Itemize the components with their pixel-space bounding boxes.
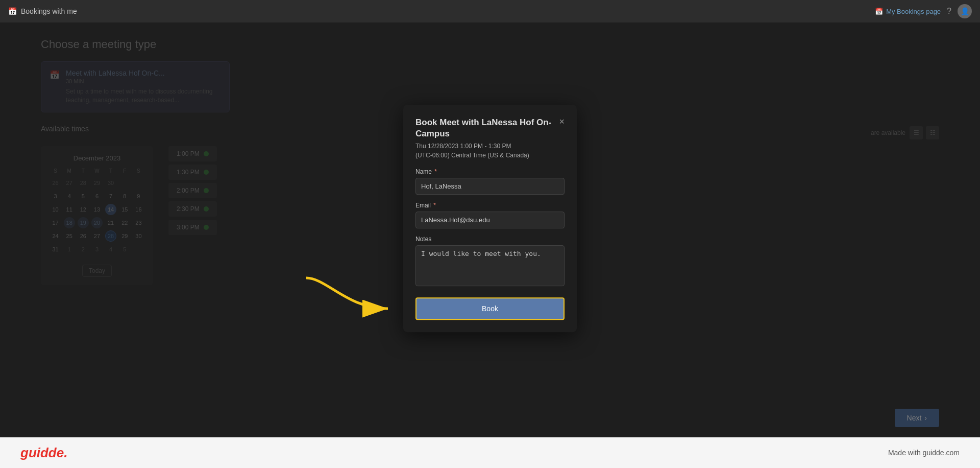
calendar-nav-icon: 📅 [8,7,17,15]
modal-footer: Book [415,297,565,320]
notes-label: Notes [415,236,565,243]
email-required: * [433,202,436,209]
guidde-logo: guidde. [20,445,67,461]
modal-title: Book Meet with LaNessa Hof On-Campus [415,117,559,139]
name-label: Name * [415,168,565,175]
modal-header: Book Meet with LaNessa Hof On-Campus × [415,117,565,139]
bottom-bar: guidde. Made with guidde.com [0,437,980,468]
bookings-icon: 📅 [875,8,883,15]
email-form-group: Email * [415,202,565,228]
top-nav: 📅 Bookings with me 📅 My Bookings page ? … [0,0,980,22]
nav-title: Bookings with me [21,7,77,15]
modal-datetime: Thu 12/28/2023 1:00 PM - 1:30 PM [415,143,565,150]
booking-modal: Book Meet with LaNessa Hof On-Campus × T… [403,105,577,332]
notes-form-group: Notes I would like to meet with you. [415,236,565,288]
nav-left: 📅 Bookings with me [8,7,77,15]
name-required: * [434,168,437,175]
help-icon[interactable]: ? [947,7,951,16]
modal-timezone: (UTC-06:00) Central Time (US & Canada) [415,152,565,159]
name-form-group: Name * [415,168,565,195]
avatar[interactable]: 👤 [958,4,972,18]
email-label: Email * [415,202,565,209]
main-content: Choose a meeting type 📅 Meet with LaNess… [0,22,980,437]
notes-textarea[interactable]: I would like to meet with you. [415,245,565,286]
book-button[interactable]: Book [415,297,565,320]
my-bookings-button[interactable]: 📅 My Bookings page [875,8,941,15]
email-input[interactable] [415,212,565,228]
name-input[interactable] [415,178,565,195]
bottom-credit: Made with guidde.com [888,449,960,457]
nav-right: 📅 My Bookings page ? 👤 [875,4,972,18]
modal-close-button[interactable]: × [559,117,565,126]
